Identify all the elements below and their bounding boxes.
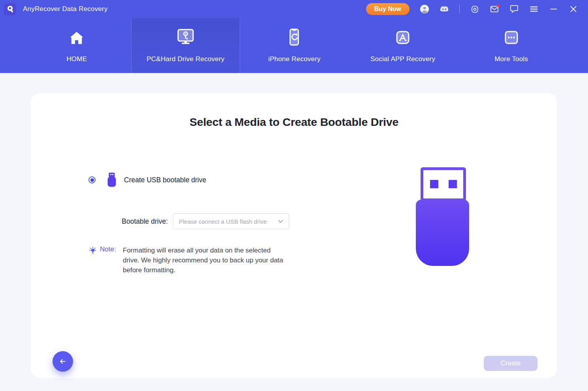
more-dots-icon [503,28,520,46]
nav-label-more-tools: More Tools [494,55,528,63]
nav-label-home: HOME [66,55,87,63]
bootable-drive-select[interactable]: Please connect a USB flash drive [173,213,289,229]
content-card: Select a Media to Create Bootable Drive … [31,93,557,378]
usb-pin [430,180,438,188]
nav-tab-social-app-recovery[interactable]: Social APP Recovery [349,18,457,73]
home-icon [68,28,85,46]
usb-body [416,200,469,266]
nav-label-social-app-recovery: Social APP Recovery [370,55,435,63]
account-avatar-icon[interactable] [420,4,429,14]
note-label: Note: [100,245,119,253]
close-button[interactable] [569,4,578,14]
app-store-icon [394,28,411,46]
mail-notification-dot [497,4,500,7]
usb-pin [449,180,457,188]
nav-label-pc-hard-drive-recovery: PC&Hard Drive Recovery [147,55,224,63]
main-area: Select a Media to Create Bootable Drive … [0,73,588,391]
bootable-drive-label: Bootable drive: [118,217,168,226]
titlebar-divider [459,5,460,13]
nav-label-iphone-recovery: iPhone Recovery [268,55,320,63]
discord-icon[interactable] [440,4,449,14]
note-row: Note: Formatting will erase all your dat… [89,245,286,275]
bootable-drive-row: Bootable drive: Please connect a USB fla… [118,213,289,229]
chevron-down-icon [278,220,283,223]
radio-selected-dot [90,178,94,182]
usb-option-label: Create USB bootable drive [124,176,206,184]
usb-flash-drive-illustration [416,167,469,266]
page-title: Select a Media to Create Bootable Drive [31,116,557,129]
bootable-drive-placeholder: Please connect a USB flash drive [179,218,275,225]
app-title: AnyRecover Data Recovery [23,5,108,13]
back-button[interactable] [53,351,73,372]
buy-now-button[interactable]: Buy Now [366,3,410,15]
menu-icon[interactable] [529,4,539,14]
nav-tab-home[interactable]: HOME [23,18,131,73]
nav-tab-iphone-recovery[interactable]: iPhone Recovery [240,18,349,73]
usb-drive-icon [106,172,118,188]
chat-icon[interactable] [509,4,519,14]
nav-tab-pc-hard-drive-recovery[interactable]: PC&Hard Drive Recovery [131,18,240,73]
usb-connector [421,167,466,201]
usb-option-radio[interactable] [88,176,96,183]
main-nav: HOME PC&Hard Drive Recovery [0,18,588,73]
monitor-key-icon [176,28,195,46]
app-logo-icon [4,3,16,15]
lightbulb-icon [89,247,97,255]
note-text: Formatting will erase all your data on t… [123,245,286,275]
usb-option-row: Create USB bootable drive [88,172,206,188]
mail-icon[interactable] [490,4,499,14]
titlebar: AnyRecover Data Recovery Buy Now [0,0,588,18]
topbar: AnyRecover Data Recovery Buy Now [0,0,588,73]
nav-tab-more-tools[interactable]: More Tools [457,18,565,73]
create-button[interactable]: Create [484,356,537,371]
settings-icon[interactable] [470,4,479,14]
phone-refresh-icon [286,28,303,46]
minimize-button[interactable] [549,4,558,14]
